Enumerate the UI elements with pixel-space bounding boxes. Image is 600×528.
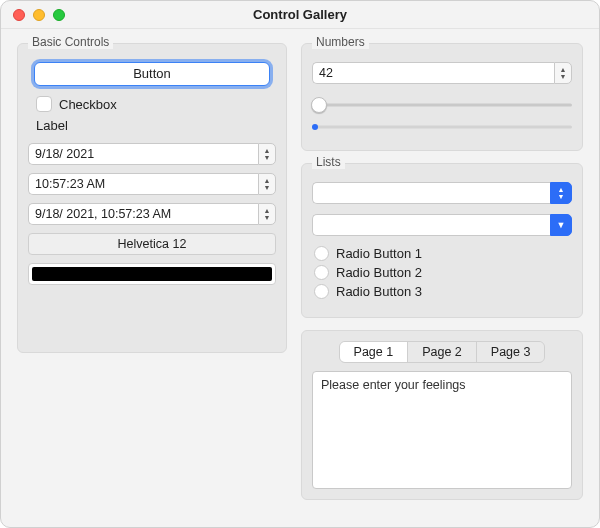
- titlebar[interactable]: Control Gallery: [1, 1, 599, 29]
- combobox-1-input[interactable]: [312, 182, 550, 204]
- time-picker[interactable]: 10:57:23 AM ▲▼: [28, 173, 276, 195]
- radio-label-1: Radio Button 1: [336, 246, 422, 261]
- lists-group: Lists ▲ ▼ ▼ Radio Button 1: [301, 163, 583, 318]
- radio-icon[interactable]: [314, 246, 329, 261]
- datetime-picker[interactable]: 9/18/ 2021, 10:57:23 AM ▲▼: [28, 203, 276, 225]
- progress-bar: [312, 124, 572, 130]
- app-window: Control Gallery Basic Controls Button Ch…: [0, 0, 600, 528]
- color-swatch-icon: [32, 267, 272, 281]
- chevron-up-icon[interactable]: ▲: [560, 66, 567, 73]
- chevron-up-icon: ▲: [558, 186, 565, 193]
- progress-fill: [312, 124, 318, 130]
- slider-thumb[interactable]: [311, 97, 327, 113]
- chevron-down-icon: ▼: [558, 193, 565, 200]
- time-stepper[interactable]: ▲▼: [258, 173, 276, 195]
- slider[interactable]: [312, 96, 572, 114]
- radio-label-3: Radio Button 3: [336, 284, 422, 299]
- checkbox-icon[interactable]: [36, 96, 52, 112]
- radio-icon[interactable]: [314, 284, 329, 299]
- checkbox-row[interactable]: Checkbox: [36, 96, 268, 112]
- chevron-up-icon[interactable]: ▲: [264, 207, 271, 214]
- chevron-down-icon[interactable]: ▼: [264, 154, 271, 161]
- window-title: Control Gallery: [1, 7, 599, 22]
- progress-track: [312, 126, 572, 129]
- chevron-down-icon[interactable]: ▼: [264, 184, 271, 191]
- group-label-lists: Lists: [312, 155, 345, 169]
- date-input[interactable]: 9/18/ 2021: [28, 143, 258, 165]
- group-label-numbers: Numbers: [312, 35, 369, 49]
- tab-bar: Page 1 Page 2 Page 3: [339, 341, 546, 363]
- chevron-up-icon[interactable]: ▲: [264, 177, 271, 184]
- radio-icon[interactable]: [314, 265, 329, 280]
- tabs-panel: Page 1 Page 2 Page 3 Please enter your f…: [301, 330, 583, 500]
- left-column: Basic Controls Button Checkbox Label 9/1…: [17, 43, 287, 511]
- group-label-basic: Basic Controls: [28, 35, 113, 49]
- slider-track: [312, 104, 572, 107]
- number-spinbox[interactable]: 42 ▲▼: [312, 62, 572, 84]
- combobox-1[interactable]: ▲ ▼: [312, 182, 572, 204]
- basic-controls-group: Basic Controls Button Checkbox Label 9/1…: [17, 43, 287, 353]
- font-button[interactable]: Helvetica 12: [28, 233, 276, 255]
- static-label: Label: [36, 118, 268, 133]
- feelings-textarea[interactable]: Please enter your feelings: [312, 371, 572, 489]
- radio-label-2: Radio Button 2: [336, 265, 422, 280]
- date-stepper[interactable]: ▲▼: [258, 143, 276, 165]
- demo-button[interactable]: Button: [34, 62, 270, 86]
- date-picker[interactable]: 9/18/ 2021 ▲▼: [28, 143, 276, 165]
- combobox-1-button[interactable]: ▲ ▼: [550, 182, 572, 204]
- chevron-up-icon[interactable]: ▲: [264, 147, 271, 154]
- combobox-2-input[interactable]: [312, 214, 550, 236]
- color-button[interactable]: [28, 263, 276, 285]
- chevron-down-icon: ▼: [557, 222, 566, 229]
- radio-row-1[interactable]: Radio Button 1: [314, 246, 570, 261]
- number-stepper[interactable]: ▲▼: [554, 62, 572, 84]
- radio-row-3[interactable]: Radio Button 3: [314, 284, 570, 299]
- checkbox-label: Checkbox: [59, 97, 117, 112]
- tab-page-1[interactable]: Page 1: [340, 342, 409, 362]
- tab-page-3[interactable]: Page 3: [477, 342, 545, 362]
- right-column: Numbers 42 ▲▼ Lists: [301, 43, 583, 511]
- chevron-down-icon[interactable]: ▼: [264, 214, 271, 221]
- chevron-down-icon[interactable]: ▼: [560, 73, 567, 80]
- combobox-2[interactable]: ▼: [312, 214, 572, 236]
- time-input[interactable]: 10:57:23 AM: [28, 173, 258, 195]
- datetime-stepper[interactable]: ▲▼: [258, 203, 276, 225]
- tab-page-2[interactable]: Page 2: [408, 342, 477, 362]
- combobox-2-button[interactable]: ▼: [550, 214, 572, 236]
- datetime-input[interactable]: 9/18/ 2021, 10:57:23 AM: [28, 203, 258, 225]
- numbers-group: Numbers 42 ▲▼: [301, 43, 583, 151]
- number-input[interactable]: 42: [312, 62, 554, 84]
- radio-row-2[interactable]: Radio Button 2: [314, 265, 570, 280]
- content: Basic Controls Button Checkbox Label 9/1…: [1, 29, 599, 527]
